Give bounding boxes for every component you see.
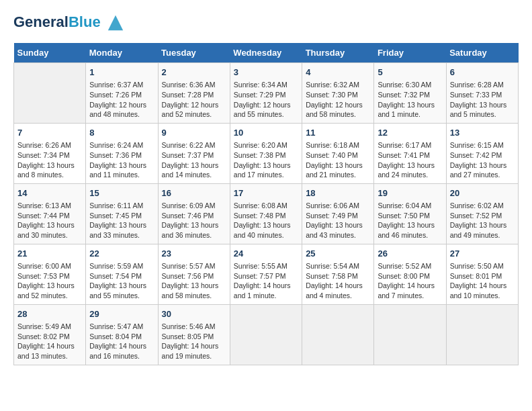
calendar-cell: 5Sunrise: 6:30 AMSunset: 7:32 PMDaylight…	[374, 63, 446, 124]
cell-sun-info: Sunrise: 6:37 AMSunset: 7:26 PMDaylight:…	[89, 80, 154, 120]
day-number: 10	[234, 127, 298, 139]
logo-text: GeneralBlue	[13, 13, 125, 32]
day-number: 12	[378, 127, 442, 139]
svg-marker-0	[108, 15, 123, 30]
cell-sun-info: Sunrise: 6:11 AMSunset: 7:45 PMDaylight:…	[89, 201, 154, 240]
day-number: 6	[450, 66, 515, 79]
cell-sun-info: Sunrise: 6:22 AMSunset: 7:37 PMDaylight:…	[162, 140, 226, 180]
cell-sun-info: Sunrise: 5:50 AMSunset: 8:01 PMDaylight:…	[450, 261, 515, 301]
weekday-monday: Monday	[86, 43, 158, 63]
calendar-cell: 22Sunrise: 5:59 AMSunset: 7:54 PMDayligh…	[86, 244, 158, 304]
day-number: 23	[162, 248, 226, 260]
calendar-cell: 21Sunrise: 6:00 AMSunset: 7:53 PMDayligh…	[14, 244, 86, 304]
logo: GeneralBlue	[13, 13, 125, 32]
calendar-cell: 20Sunrise: 6:02 AMSunset: 7:52 PMDayligh…	[446, 183, 518, 244]
calendar-cell: 11Sunrise: 6:18 AMSunset: 7:40 PMDayligh…	[302, 123, 374, 183]
calendar-cell	[446, 304, 518, 365]
weekday-sunday: Sunday	[14, 43, 86, 63]
day-number: 27	[450, 248, 515, 260]
calendar-cell	[14, 63, 86, 124]
day-number: 11	[306, 127, 370, 139]
cell-sun-info: Sunrise: 6:09 AMSunset: 7:46 PMDaylight:…	[162, 201, 226, 240]
calendar-cell: 10Sunrise: 6:20 AMSunset: 7:38 PMDayligh…	[230, 123, 302, 183]
cell-sun-info: Sunrise: 6:00 AMSunset: 7:53 PMDaylight:…	[17, 261, 82, 301]
day-number: 24	[234, 248, 298, 260]
cell-sun-info: Sunrise: 5:57 AMSunset: 7:56 PMDaylight:…	[162, 261, 226, 301]
calendar-cell: 30Sunrise: 5:46 AMSunset: 8:05 PMDayligh…	[158, 304, 230, 365]
cell-sun-info: Sunrise: 6:02 AMSunset: 7:52 PMDaylight:…	[450, 201, 515, 240]
cell-sun-info: Sunrise: 6:15 AMSunset: 7:42 PMDaylight:…	[450, 140, 515, 180]
calendar-cell	[302, 304, 374, 365]
cell-sun-info: Sunrise: 6:24 AMSunset: 7:36 PMDaylight:…	[89, 140, 154, 180]
cell-sun-info: Sunrise: 6:17 AMSunset: 7:41 PMDaylight:…	[378, 140, 442, 180]
cell-sun-info: Sunrise: 6:04 AMSunset: 7:50 PMDaylight:…	[378, 201, 442, 240]
calendar-cell: 26Sunrise: 5:52 AMSunset: 8:00 PMDayligh…	[374, 244, 446, 304]
cell-sun-info: Sunrise: 5:47 AMSunset: 8:04 PMDaylight:…	[89, 322, 154, 361]
calendar-week-row: 14Sunrise: 6:13 AMSunset: 7:44 PMDayligh…	[14, 183, 519, 244]
calendar-cell: 7Sunrise: 6:26 AMSunset: 7:34 PMDaylight…	[14, 123, 86, 183]
day-number: 28	[17, 308, 82, 320]
calendar-cell: 3Sunrise: 6:34 AMSunset: 7:29 PMDaylight…	[230, 63, 302, 124]
day-number: 13	[450, 127, 515, 139]
calendar-cell: 15Sunrise: 6:11 AMSunset: 7:45 PMDayligh…	[86, 183, 158, 244]
cell-sun-info: Sunrise: 6:28 AMSunset: 7:33 PMDaylight:…	[450, 80, 515, 120]
page-header: GeneralBlue	[13, 13, 519, 32]
calendar-cell: 29Sunrise: 5:47 AMSunset: 8:04 PMDayligh…	[86, 304, 158, 365]
day-number: 16	[162, 187, 226, 199]
day-number: 26	[378, 248, 442, 260]
day-number: 22	[89, 248, 154, 260]
cell-sun-info: Sunrise: 6:06 AMSunset: 7:49 PMDaylight:…	[306, 201, 370, 240]
calendar-cell: 27Sunrise: 5:50 AMSunset: 8:01 PMDayligh…	[446, 244, 518, 304]
calendar-cell: 19Sunrise: 6:04 AMSunset: 7:50 PMDayligh…	[374, 183, 446, 244]
day-number: 30	[162, 308, 226, 320]
weekday-thursday: Thursday	[302, 43, 374, 63]
calendar-cell: 18Sunrise: 6:06 AMSunset: 7:49 PMDayligh…	[302, 183, 374, 244]
calendar-cell: 2Sunrise: 6:36 AMSunset: 7:28 PMDaylight…	[158, 63, 230, 124]
cell-sun-info: Sunrise: 6:13 AMSunset: 7:44 PMDaylight:…	[17, 201, 82, 240]
cell-sun-info: Sunrise: 5:52 AMSunset: 8:00 PMDaylight:…	[378, 261, 442, 301]
day-number: 14	[17, 187, 82, 199]
day-number: 17	[234, 187, 298, 199]
calendar-cell	[230, 304, 302, 365]
cell-sun-info: Sunrise: 6:26 AMSunset: 7:34 PMDaylight:…	[17, 140, 82, 180]
weekday-tuesday: Tuesday	[158, 43, 230, 63]
calendar-week-row: 21Sunrise: 6:00 AMSunset: 7:53 PMDayligh…	[14, 244, 519, 304]
cell-sun-info: Sunrise: 5:55 AMSunset: 7:57 PMDaylight:…	[234, 261, 298, 301]
calendar-week-row: 28Sunrise: 5:49 AMSunset: 8:02 PMDayligh…	[14, 304, 519, 365]
cell-sun-info: Sunrise: 6:08 AMSunset: 7:48 PMDaylight:…	[234, 201, 298, 240]
day-number: 8	[89, 127, 154, 139]
calendar-cell: 4Sunrise: 6:32 AMSunset: 7:30 PMDaylight…	[302, 63, 374, 124]
cell-sun-info: Sunrise: 6:18 AMSunset: 7:40 PMDaylight:…	[306, 140, 370, 180]
calendar-week-row: 7Sunrise: 6:26 AMSunset: 7:34 PMDaylight…	[14, 123, 519, 183]
cell-sun-info: Sunrise: 5:54 AMSunset: 7:58 PMDaylight:…	[306, 261, 370, 301]
day-number: 4	[306, 66, 370, 79]
day-number: 18	[306, 187, 370, 199]
weekday-friday: Friday	[374, 43, 446, 63]
calendar-cell: 25Sunrise: 5:54 AMSunset: 7:58 PMDayligh…	[302, 244, 374, 304]
day-number: 3	[234, 66, 298, 79]
weekday-header-row: SundayMondayTuesdayWednesdayThursdayFrid…	[14, 43, 519, 63]
weekday-saturday: Saturday	[446, 43, 518, 63]
day-number: 25	[306, 248, 370, 260]
calendar-cell: 1Sunrise: 6:37 AMSunset: 7:26 PMDaylight…	[86, 63, 158, 124]
calendar-cell: 24Sunrise: 5:55 AMSunset: 7:57 PMDayligh…	[230, 244, 302, 304]
day-number: 19	[378, 187, 442, 199]
calendar-cell: 28Sunrise: 5:49 AMSunset: 8:02 PMDayligh…	[14, 304, 86, 365]
cell-sun-info: Sunrise: 6:34 AMSunset: 7:29 PMDaylight:…	[234, 80, 298, 120]
cell-sun-info: Sunrise: 6:36 AMSunset: 7:28 PMDaylight:…	[162, 80, 226, 120]
cell-sun-info: Sunrise: 6:30 AMSunset: 7:32 PMDaylight:…	[378, 80, 442, 120]
day-number: 15	[89, 187, 154, 199]
calendar-week-row: 1Sunrise: 6:37 AMSunset: 7:26 PMDaylight…	[14, 63, 519, 124]
calendar-cell: 17Sunrise: 6:08 AMSunset: 7:48 PMDayligh…	[230, 183, 302, 244]
cell-sun-info: Sunrise: 5:59 AMSunset: 7:54 PMDaylight:…	[89, 261, 154, 301]
day-number: 1	[89, 66, 154, 79]
calendar-table: SundayMondayTuesdayWednesdayThursdayFrid…	[13, 43, 519, 365]
calendar-cell: 12Sunrise: 6:17 AMSunset: 7:41 PMDayligh…	[374, 123, 446, 183]
day-number: 5	[378, 66, 442, 79]
cell-sun-info: Sunrise: 6:32 AMSunset: 7:30 PMDaylight:…	[306, 80, 370, 120]
calendar-cell: 9Sunrise: 6:22 AMSunset: 7:37 PMDaylight…	[158, 123, 230, 183]
cell-sun-info: Sunrise: 6:20 AMSunset: 7:38 PMDaylight:…	[234, 140, 298, 180]
calendar-cell: 6Sunrise: 6:28 AMSunset: 7:33 PMDaylight…	[446, 63, 518, 124]
calendar-cell: 14Sunrise: 6:13 AMSunset: 7:44 PMDayligh…	[14, 183, 86, 244]
calendar-cell: 13Sunrise: 6:15 AMSunset: 7:42 PMDayligh…	[446, 123, 518, 183]
